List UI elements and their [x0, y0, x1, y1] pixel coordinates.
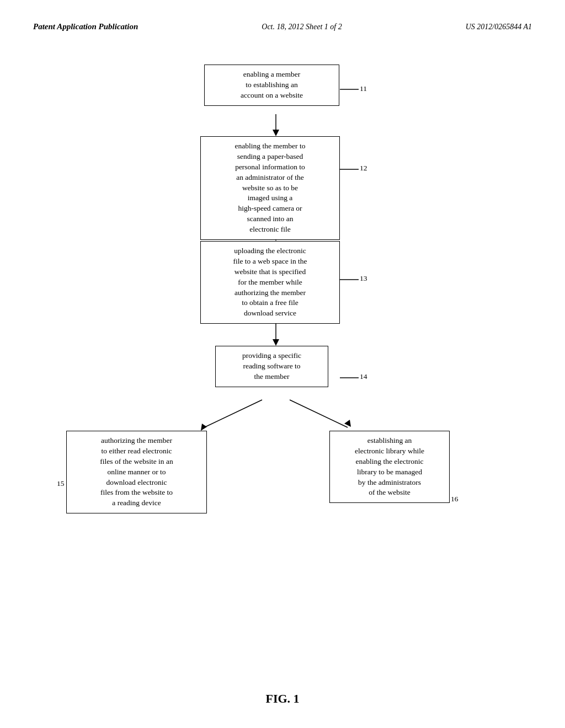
svg-line-8: [290, 400, 348, 427]
box-15: authorizing the member to either read el…: [66, 431, 207, 513]
box-13: uploading the electronic file to a web s…: [200, 241, 340, 324]
ref-13: 13: [360, 274, 367, 283]
box-12: enabling the member to sending a paper-b…: [200, 136, 340, 240]
box14-text: providing a specific reading software to…: [242, 351, 301, 381]
svg-marker-9: [344, 420, 351, 427]
box13-text: uploading the electronic file to a web s…: [233, 247, 307, 317]
box11-text: enabling a member to establishing an acc…: [241, 70, 303, 99]
svg-marker-1: [273, 130, 279, 136]
ref-14: 14: [360, 372, 367, 381]
svg-marker-7: [201, 424, 207, 431]
page-header: Patent Application Publication Oct. 18, …: [33, 22, 532, 31]
ref-12: 12: [360, 164, 367, 173]
page: Patent Application Publication Oct. 18, …: [0, 0, 565, 728]
figure-caption: FIG. 1: [0, 692, 565, 706]
diagram-area: enabling a member to establishing an acc…: [33, 59, 532, 666]
header-right: US 2012/0265844 A1: [466, 23, 532, 31]
ref-16: 16: [451, 495, 459, 504]
header-left: Patent Application Publication: [33, 22, 138, 31]
header-center: Oct. 18, 2012 Sheet 1 of 2: [262, 23, 342, 31]
ref-15: 15: [57, 479, 65, 488]
ref-11: 11: [360, 84, 367, 93]
box12-text: enabling the member to sending a paper-b…: [235, 142, 306, 233]
box-11: enabling a member to establishing an acc…: [204, 65, 339, 106]
box-14: providing a specific reading software to…: [215, 346, 328, 387]
box15-text: authorizing the member to either read el…: [100, 436, 173, 507]
svg-marker-5: [273, 339, 279, 346]
box16-text: establishing an electronic library while…: [355, 436, 424, 496]
box-16: establishing an electronic library while…: [329, 431, 450, 503]
svg-line-6: [204, 400, 262, 427]
